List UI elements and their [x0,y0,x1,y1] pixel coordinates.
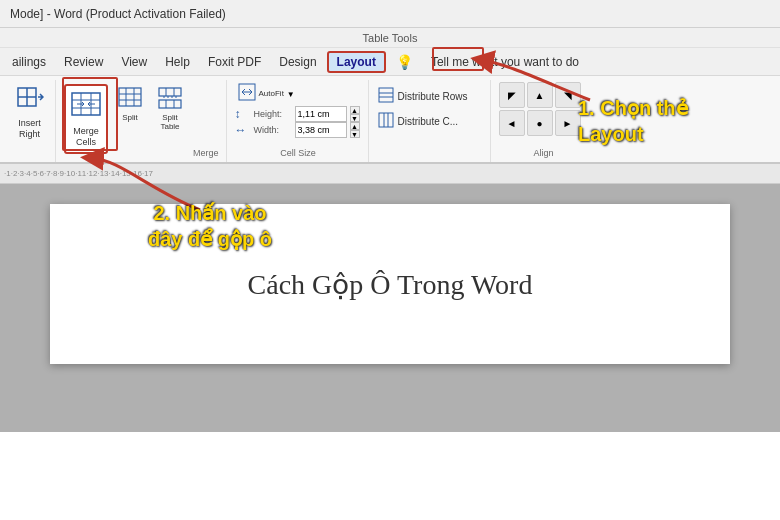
align-mid-left-button[interactable]: ◄ [499,110,525,136]
ribbon-group-merge: MergeCells Split [58,80,227,162]
svg-rect-24 [379,113,393,127]
menu-item-review[interactable]: Review [56,51,111,73]
height-icon: ↕ [235,107,251,121]
height-increment[interactable]: ▲ [350,106,360,114]
height-input[interactable] [295,106,347,122]
autofit-dropdown-icon: ▼ [287,90,295,99]
align-mid-right-button[interactable]: ► [555,110,581,136]
align-top-left-button[interactable]: ◤ [499,82,525,108]
menu-item-foxit[interactable]: Foxit PDF [200,51,269,73]
width-icon: ↔ [235,123,251,137]
document-area: Cách Gộp Ô Trong Word [0,184,780,432]
distribute-cols-icon [378,112,394,131]
distribute-cols-label: Distribute C... [398,116,459,127]
merge-cells-label: MergeCells [73,126,99,148]
ribbon: InsertRight [0,76,780,164]
title-bar: Mode] - Word (Product Activation Failed) [0,0,780,28]
autofit-label: AutoFit [259,90,284,99]
menu-item-help[interactable]: Help [157,51,198,73]
distribute-rows-label: Distribute Rows [398,91,468,102]
menu-bar: ailings Review View Help Foxit PDF Desig… [0,48,780,76]
width-decrement[interactable]: ▼ [350,130,360,138]
menu-item-lightbulb[interactable]: 💡 [388,51,421,73]
width-spinner: ▲ ▼ [350,122,360,138]
distribute-rows-icon [378,87,394,106]
document-page: Cách Gộp Ô Trong Word [50,204,730,364]
autofit-button[interactable]: AutoFit ▼ [235,82,298,106]
ribbon-group-insert: InsertRight [4,80,56,162]
menu-item-design[interactable]: Design [271,51,324,73]
svg-rect-3 [72,93,100,115]
align-mid-center-button[interactable]: ● [527,110,553,136]
menu-item-mailings[interactable]: ailings [4,51,54,73]
svg-rect-13 [159,88,181,96]
ribbon-group-align: ◤ ▲ ◥ ◄ ● ► Align [493,80,595,162]
ruler: ·1·2·3·4·5·6·7·8·9·10·11·12·13·14·15·16·… [0,164,780,184]
ribbon-group-distribute: Distribute Rows Distribute C... [371,80,491,162]
split-button[interactable]: Split [112,84,148,125]
menu-item-layout[interactable]: Layout [327,51,386,73]
svg-rect-8 [119,88,141,106]
ruler-scale: ·1·2·3·4·5·6·7·8·9·10·11·12·13·14·15·16·… [4,169,153,178]
insert-right-label: InsertRight [18,118,41,140]
width-row: ↔ Width: ▲ ▼ [235,122,360,138]
merge-cells-icon [71,90,101,124]
menu-item-tell-me[interactable]: Tell me what you want to do [423,51,587,73]
split-table-icon [158,86,182,114]
document-title: Cách Gộp Ô Trong Word [248,268,533,301]
align-top-right-button[interactable]: ◥ [555,82,581,108]
width-label: Width: [254,125,292,135]
menu-item-view[interactable]: View [113,51,155,73]
cell-size-group-label: Cell Size [235,144,362,160]
ribbon-group-cell-size: AutoFit ▼ ↕ Height: ▲ ▼ ↔ Width: [229,80,369,162]
split-table-label: SplitTable [160,114,179,132]
split-label: Split [122,114,138,123]
screenshot-container: Mode] - Word (Product Activation Failed)… [0,0,780,520]
autofit-icon [238,83,256,105]
merge-group-label: Merge [192,144,220,160]
align-group-label: Align [534,148,554,160]
table-tools-bar: Table Tools [0,28,780,48]
width-increment[interactable]: ▲ [350,122,360,130]
svg-rect-21 [379,88,393,102]
title-text: Mode] - Word (Product Activation Failed) [10,7,226,21]
height-decrement[interactable]: ▼ [350,114,360,122]
split-icon [118,86,142,114]
insert-right-button[interactable]: InsertRight [11,82,49,142]
split-table-button[interactable]: SplitTable [152,84,188,134]
height-label: Height: [254,109,292,119]
height-spinner: ▲ ▼ [350,106,360,122]
width-input[interactable] [295,122,347,138]
insert-right-icon [16,84,44,116]
svg-rect-16 [159,100,181,108]
align-top-center-button[interactable]: ▲ [527,82,553,108]
merge-cells-button[interactable]: MergeCells [64,84,108,154]
height-row: ↕ Height: ▲ ▼ [235,106,360,122]
distribute-cols-button[interactable]: Distribute C... [375,111,462,132]
autofit-row: AutoFit ▼ [235,82,298,106]
table-tools-label: Table Tools [363,32,418,44]
distribute-rows-button[interactable]: Distribute Rows [375,86,471,107]
